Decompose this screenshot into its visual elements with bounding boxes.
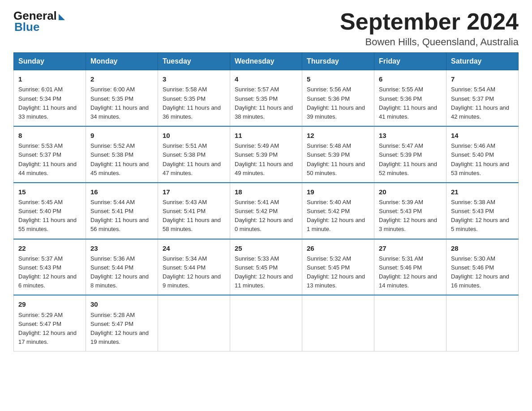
day-info: Sunrise: 5:29 AMSunset: 5:47 PMDaylight:…	[18, 312, 77, 345]
day-cell: 15Sunrise: 5:45 AMSunset: 5:40 PMDayligh…	[14, 183, 86, 239]
header-sunday: Sunday	[14, 53, 86, 70]
calendar-table: SundayMondayTuesdayWednesdayThursdayFrid…	[13, 52, 519, 351]
day-info: Sunrise: 5:37 AMSunset: 5:43 PMDaylight:…	[18, 255, 77, 289]
day-number: 14	[451, 130, 514, 141]
week-row-1: 1Sunrise: 6:01 AMSunset: 5:34 PMDaylight…	[14, 70, 519, 126]
week-row-3: 15Sunrise: 5:45 AMSunset: 5:40 PMDayligh…	[14, 183, 519, 239]
day-cell	[302, 295, 374, 351]
day-number: 20	[379, 187, 442, 197]
day-cell: 22Sunrise: 5:37 AMSunset: 5:43 PMDayligh…	[14, 239, 86, 295]
day-number: 3	[163, 74, 225, 84]
day-number: 16	[90, 187, 153, 197]
day-cell: 13Sunrise: 5:47 AMSunset: 5:39 PMDayligh…	[374, 126, 446, 183]
day-info: Sunrise: 5:46 AMSunset: 5:40 PMDaylight:…	[451, 142, 509, 176]
day-number: 5	[307, 74, 369, 84]
day-cell: 21Sunrise: 5:38 AMSunset: 5:43 PMDayligh…	[446, 183, 519, 239]
day-cell: 5Sunrise: 5:56 AMSunset: 5:36 PMDaylight…	[302, 70, 374, 126]
day-number: 27	[379, 243, 442, 253]
day-info: Sunrise: 5:31 AMSunset: 5:46 PMDaylight:…	[379, 255, 437, 289]
day-info: Sunrise: 5:41 AMSunset: 5:42 PMDaylight:…	[235, 199, 293, 232]
day-number: 13	[379, 130, 442, 141]
day-number: 30	[90, 299, 153, 309]
day-cell: 24Sunrise: 5:34 AMSunset: 5:44 PMDayligh…	[158, 239, 230, 295]
week-row-4: 22Sunrise: 5:37 AMSunset: 5:43 PMDayligh…	[14, 239, 519, 295]
day-info: Sunrise: 5:40 AMSunset: 5:42 PMDaylight:…	[307, 199, 365, 232]
day-number: 17	[163, 187, 225, 197]
day-number: 19	[307, 187, 369, 197]
day-cell: 11Sunrise: 5:49 AMSunset: 5:39 PMDayligh…	[230, 126, 302, 183]
day-number: 8	[18, 130, 81, 141]
day-info: Sunrise: 5:33 AMSunset: 5:45 PMDaylight:…	[235, 255, 293, 289]
day-cell: 20Sunrise: 5:39 AMSunset: 5:43 PMDayligh…	[374, 183, 446, 239]
day-info: Sunrise: 6:00 AMSunset: 5:35 PMDaylight:…	[90, 86, 149, 120]
day-cell: 16Sunrise: 5:44 AMSunset: 5:41 PMDayligh…	[86, 183, 158, 239]
day-number: 11	[235, 130, 297, 141]
header-row: SundayMondayTuesdayWednesdayThursdayFrid…	[14, 53, 519, 70]
day-info: Sunrise: 5:30 AMSunset: 5:46 PMDaylight:…	[451, 255, 509, 289]
day-info: Sunrise: 6:01 AMSunset: 5:34 PMDaylight:…	[18, 86, 77, 120]
day-number: 10	[163, 130, 225, 141]
day-info: Sunrise: 5:44 AMSunset: 5:41 PMDaylight:…	[90, 199, 149, 232]
day-cell: 17Sunrise: 5:43 AMSunset: 5:41 PMDayligh…	[158, 183, 230, 239]
day-info: Sunrise: 5:53 AMSunset: 5:37 PMDaylight:…	[18, 142, 77, 176]
day-cell: 25Sunrise: 5:33 AMSunset: 5:45 PMDayligh…	[230, 239, 302, 295]
logo-arrow-icon	[59, 14, 65, 20]
day-info: Sunrise: 5:34 AMSunset: 5:44 PMDaylight:…	[163, 255, 221, 289]
day-number: 1	[18, 74, 81, 84]
day-number: 22	[18, 243, 81, 253]
week-row-5: 29Sunrise: 5:29 AMSunset: 5:47 PMDayligh…	[14, 295, 519, 351]
day-cell: 23Sunrise: 5:36 AMSunset: 5:44 PMDayligh…	[86, 239, 158, 295]
day-cell: 7Sunrise: 5:54 AMSunset: 5:37 PMDaylight…	[446, 70, 519, 126]
day-number: 15	[18, 187, 81, 197]
day-info: Sunrise: 5:36 AMSunset: 5:44 PMDaylight:…	[90, 255, 149, 289]
day-number: 24	[163, 243, 225, 253]
day-number: 21	[451, 187, 514, 197]
day-number: 26	[307, 243, 369, 253]
day-info: Sunrise: 5:52 AMSunset: 5:38 PMDaylight:…	[90, 142, 149, 176]
day-number: 9	[90, 130, 153, 141]
day-cell: 30Sunrise: 5:28 AMSunset: 5:47 PMDayligh…	[86, 295, 158, 351]
day-cell: 1Sunrise: 6:01 AMSunset: 5:34 PMDaylight…	[14, 70, 86, 126]
day-info: Sunrise: 5:49 AMSunset: 5:39 PMDaylight:…	[235, 142, 293, 176]
day-cell: 6Sunrise: 5:55 AMSunset: 5:36 PMDaylight…	[374, 70, 446, 126]
day-info: Sunrise: 5:57 AMSunset: 5:35 PMDaylight:…	[235, 86, 293, 120]
day-cell: 14Sunrise: 5:46 AMSunset: 5:40 PMDayligh…	[446, 126, 519, 183]
day-info: Sunrise: 5:39 AMSunset: 5:43 PMDaylight:…	[379, 199, 437, 232]
title-area: September 2024 Bowen Hills, Queensland, …	[340, 9, 519, 48]
day-number: 28	[451, 243, 514, 253]
day-cell: 28Sunrise: 5:30 AMSunset: 5:46 PMDayligh…	[446, 239, 519, 295]
day-cell: 29Sunrise: 5:29 AMSunset: 5:47 PMDayligh…	[14, 295, 86, 351]
day-cell: 19Sunrise: 5:40 AMSunset: 5:42 PMDayligh…	[302, 183, 374, 239]
day-info: Sunrise: 5:28 AMSunset: 5:47 PMDaylight:…	[90, 312, 149, 345]
day-number: 18	[235, 187, 297, 197]
day-cell: 26Sunrise: 5:32 AMSunset: 5:45 PMDayligh…	[302, 239, 374, 295]
day-info: Sunrise: 5:58 AMSunset: 5:35 PMDaylight:…	[163, 86, 221, 120]
logo-area: General Blue	[13, 9, 65, 34]
day-number: 7	[451, 74, 514, 84]
day-number: 25	[235, 243, 297, 253]
header-saturday: Saturday	[446, 53, 519, 70]
day-cell	[158, 295, 230, 351]
page-header: General Blue September 2024 Bowen Hills,…	[13, 9, 519, 48]
header-monday: Monday	[86, 53, 158, 70]
day-number: 23	[90, 243, 153, 253]
day-info: Sunrise: 5:51 AMSunset: 5:38 PMDaylight:…	[163, 142, 221, 176]
day-cell: 9Sunrise: 5:52 AMSunset: 5:38 PMDaylight…	[86, 126, 158, 183]
day-cell: 8Sunrise: 5:53 AMSunset: 5:37 PMDaylight…	[14, 126, 86, 183]
day-info: Sunrise: 5:55 AMSunset: 5:36 PMDaylight:…	[379, 86, 437, 120]
day-cell: 4Sunrise: 5:57 AMSunset: 5:35 PMDaylight…	[230, 70, 302, 126]
day-cell	[230, 295, 302, 351]
day-cell	[446, 295, 519, 351]
day-info: Sunrise: 5:32 AMSunset: 5:45 PMDaylight:…	[307, 255, 365, 289]
day-cell: 18Sunrise: 5:41 AMSunset: 5:42 PMDayligh…	[230, 183, 302, 239]
header-tuesday: Tuesday	[158, 53, 230, 70]
day-cell	[374, 295, 446, 351]
day-info: Sunrise: 5:38 AMSunset: 5:43 PMDaylight:…	[451, 199, 509, 232]
week-row-2: 8Sunrise: 5:53 AMSunset: 5:37 PMDaylight…	[14, 126, 519, 183]
day-number: 6	[379, 74, 442, 84]
day-cell: 27Sunrise: 5:31 AMSunset: 5:46 PMDayligh…	[374, 239, 446, 295]
logo-blue-text: Blue	[14, 20, 39, 34]
day-info: Sunrise: 5:54 AMSunset: 5:37 PMDaylight:…	[451, 86, 509, 120]
day-info: Sunrise: 5:43 AMSunset: 5:41 PMDaylight:…	[163, 199, 221, 232]
day-number: 4	[235, 74, 297, 84]
